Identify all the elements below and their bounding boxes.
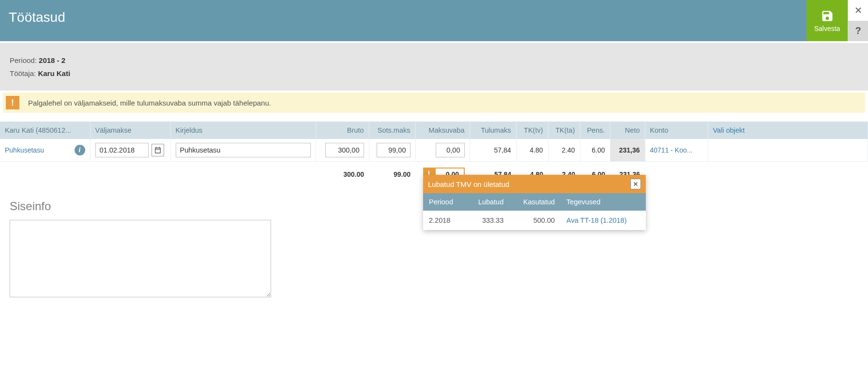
table-row: Puhkusetasu i 57,84 4.80 2.40 6.00 231 [0,139,868,162]
col-tulumaks: Tulumaks [470,122,516,139]
calendar-icon[interactable] [152,144,164,156]
tktv-cell: 4.80 [516,139,548,162]
save-button[interactable]: Salvesta [807,0,848,41]
worker-label: Töötaja: [10,69,36,77]
info-panel: Periood: 2018 - 2 Töötaja: Karu Kati [0,43,868,91]
siseinfo-textarea[interactable] [10,220,271,297]
popup-col-lubatud: Lubatud [466,193,510,211]
save-icon [821,9,834,23]
col-sots: Sots.maks [369,122,415,139]
col-konto: Konto [645,122,708,139]
maksuvaba-input[interactable] [436,143,465,157]
col-maksuvaba: Maksuvaba [415,122,470,139]
info-icon[interactable]: i [75,145,85,155]
period-label: Periood: [10,56,37,64]
tulumaks-cell: 57,84 [470,139,516,162]
col-pens: Pens. [580,122,610,139]
objekt-cell[interactable] [708,139,868,162]
popup-action-link[interactable]: Ava TT-18 (1.2018) [566,216,626,224]
col-tkta: TK(ta) [548,122,580,139]
col-neto: Neto [610,122,645,139]
col-desc: Kirjeldus [170,122,316,139]
alert-text: Palgalehel on väljamakseid, mille tuluma… [28,99,271,107]
close-icon [853,5,863,15]
popup-row: 2.2018 333.33 500.00 Ava TT-18 (1.2018) [423,211,646,230]
row-name-link[interactable]: Puhkusetasu [5,146,44,154]
neto-cell: 231,36 [610,139,645,162]
popup-col-periood: Periood [423,193,466,211]
popup-col-kasutatud: Kasutatud [509,193,561,211]
close-button[interactable] [848,0,868,21]
konto-link[interactable]: 40711 - Koo... [650,146,693,154]
date-input[interactable] [95,143,149,157]
worker-value: Karu Kati [38,69,70,77]
help-button[interactable]: ? [848,21,868,42]
popup-periood: 2.2018 [423,211,466,230]
close-icon [632,181,639,187]
pens-cell: 6.00 [580,139,610,162]
popup-col-tegevused: Tegevused [561,193,646,211]
warning-icon: ! [6,96,19,109]
tmv-popup: Lubatud TMV on ületatud Periood Lubatud … [423,175,646,230]
alert-bar: ! Palgalehel on väljamakseid, mille tulu… [3,92,865,113]
popup-title: Lubatud TMV on ületatud [428,180,509,188]
popup-kasutatud: 500.00 [509,211,561,230]
col-objekt[interactable]: Vali objekt [708,122,868,139]
total-sots: 99.00 [369,162,415,185]
col-bruto: Bruto [316,122,369,139]
total-bruto: 300.00 [316,162,369,185]
bruto-input[interactable] [325,143,364,157]
popup-close-button[interactable] [630,179,641,189]
desc-input[interactable] [176,143,311,157]
page-title: Töötasud [0,0,807,41]
tkta-cell: 2.40 [548,139,580,162]
save-button-label: Salvesta [814,25,840,32]
col-payout: Väljamakse [90,122,170,139]
popup-lubatud: 333.33 [466,211,510,230]
col-name[interactable]: Karu Kati (4850612... [0,122,90,139]
select-object-link[interactable]: Vali objekt [713,126,745,134]
sots-input[interactable] [377,143,411,157]
col-tktv: TK(tv) [516,122,548,139]
period-value: 2018 - 2 [39,56,65,64]
